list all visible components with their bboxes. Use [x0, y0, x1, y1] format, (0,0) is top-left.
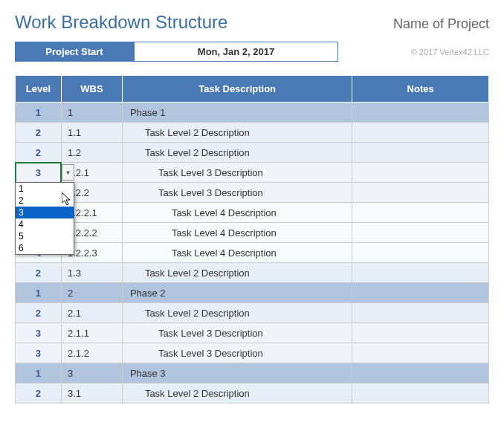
- col-header-task[interactable]: Task Description: [122, 76, 352, 103]
- level-cell[interactable]: 2: [16, 383, 62, 403]
- notes-cell[interactable]: [352, 223, 489, 243]
- wbs-cell[interactable]: 1.1: [61, 123, 122, 143]
- page-title: Work Breakdown Structure: [15, 12, 227, 33]
- task-cell[interactable]: Task Level 4 Description: [122, 203, 352, 223]
- level-cell[interactable]: 3: [16, 323, 62, 343]
- dropdown-arrow-icon[interactable]: ▼: [62, 164, 74, 181]
- notes-cell[interactable]: [352, 123, 489, 143]
- copyright-text: © 2017 Vertex42 LLC: [411, 48, 489, 56]
- wbs-cell[interactable]: 2: [61, 283, 122, 303]
- wbs-cell[interactable]: 1.2: [61, 143, 122, 163]
- project-start-date[interactable]: Mon, Jan 2, 2017: [134, 42, 338, 62]
- task-cell[interactable]: Task Level 3 Description: [122, 323, 352, 343]
- level-cell[interactable]: 3: [16, 343, 62, 363]
- wbs-cell[interactable]: 3: [61, 363, 122, 383]
- dropdown-option[interactable]: 5: [16, 230, 74, 242]
- level-cell[interactable]: 1: [16, 363, 62, 383]
- table-row: 1.2.2Task Level 3 Description: [16, 183, 489, 203]
- task-cell[interactable]: Task Level 2 Description: [122, 263, 352, 283]
- table-row: 12Phase 2: [16, 283, 489, 303]
- notes-cell[interactable]: [352, 263, 489, 283]
- task-cell[interactable]: Task Level 4 Description: [122, 223, 352, 243]
- table-row: 41.2.2.3Task Level 4 Description: [16, 243, 489, 263]
- wbs-cell[interactable]: 3.1: [61, 383, 122, 403]
- notes-cell[interactable]: [352, 163, 489, 183]
- table-row: 21.3Task Level 2 Description: [16, 263, 489, 283]
- level-cell[interactable]: 1: [16, 283, 62, 303]
- level-cell[interactable]: 2: [16, 143, 62, 163]
- col-header-level[interactable]: Level: [16, 76, 62, 103]
- task-cell[interactable]: Task Level 3 Description: [122, 183, 352, 203]
- notes-cell[interactable]: [352, 303, 489, 323]
- table-row: 11Phase 1: [16, 103, 489, 123]
- notes-cell[interactable]: [352, 243, 489, 263]
- task-cell[interactable]: Task Level 2 Description: [122, 383, 352, 403]
- notes-cell[interactable]: [352, 183, 489, 203]
- level-cell[interactable]: 2: [16, 303, 62, 323]
- notes-cell[interactable]: [352, 323, 489, 343]
- level-cell[interactable]: 1: [16, 103, 62, 123]
- level-dropdown: 123456: [15, 182, 74, 255]
- notes-cell[interactable]: [352, 383, 489, 403]
- notes-cell[interactable]: [352, 103, 489, 123]
- wbs-cell[interactable]: 2.1: [61, 303, 122, 323]
- table-row: 1.2.2.1Task Level 4 Description: [16, 203, 489, 223]
- task-cell[interactable]: Task Level 3 Description: [122, 343, 352, 363]
- table-row: 32.1.2Task Level 3 Description: [16, 343, 489, 363]
- wbs-cell[interactable]: 1.3: [61, 263, 122, 283]
- table-row: 3▼1234561.2.1Task Level 3 Description: [16, 163, 489, 183]
- task-cell[interactable]: Phase 3: [122, 363, 352, 383]
- table-row: 32.1.1Task Level 3 Description: [16, 323, 489, 343]
- dropdown-option[interactable]: 2: [16, 195, 74, 207]
- table-row: 13Phase 3: [16, 363, 489, 383]
- dropdown-option[interactable]: 6: [16, 242, 74, 254]
- table-row: 21.1Task Level 2 Description: [16, 123, 489, 143]
- task-cell[interactable]: Task Level 3 Description: [122, 163, 352, 183]
- project-name: Name of Project: [393, 16, 489, 32]
- task-cell[interactable]: Phase 1: [122, 103, 352, 123]
- notes-cell[interactable]: [352, 363, 489, 383]
- table-row: 23.1Task Level 2 Description: [16, 383, 489, 403]
- notes-cell[interactable]: [352, 203, 489, 223]
- table-row: 1.2.2.2Task Level 4 Description: [16, 223, 489, 243]
- table-row: 22.1Task Level 2 Description: [16, 303, 489, 323]
- notes-cell[interactable]: [352, 283, 489, 303]
- col-header-wbs[interactable]: WBS: [61, 76, 122, 103]
- level-cell[interactable]: 2: [16, 263, 62, 283]
- level-cell[interactable]: 2: [16, 123, 62, 143]
- task-cell[interactable]: Task Level 2 Description: [122, 123, 352, 143]
- col-header-notes[interactable]: Notes: [352, 76, 489, 103]
- wbs-table: Level WBS Task Description Notes 11Phase…: [15, 75, 489, 403]
- table-row: 21.2Task Level 2 Description: [16, 143, 489, 163]
- level-cell[interactable]: 3▼123456: [16, 163, 62, 183]
- dropdown-option[interactable]: 4: [16, 218, 74, 230]
- wbs-cell[interactable]: 2.1.1: [61, 323, 122, 343]
- task-cell[interactable]: Task Level 2 Description: [122, 143, 352, 163]
- wbs-cell[interactable]: 1: [61, 103, 122, 123]
- project-start-label: Project Start: [15, 42, 134, 62]
- wbs-cell[interactable]: 2.1.2: [61, 343, 122, 363]
- dropdown-option[interactable]: 3: [16, 207, 74, 218]
- task-cell[interactable]: Task Level 2 Description: [122, 303, 352, 323]
- task-cell[interactable]: Phase 2: [122, 283, 352, 303]
- notes-cell[interactable]: [352, 343, 489, 363]
- task-cell[interactable]: Task Level 4 Description: [122, 243, 352, 263]
- dropdown-option[interactable]: 1: [16, 183, 74, 195]
- notes-cell[interactable]: [352, 143, 489, 163]
